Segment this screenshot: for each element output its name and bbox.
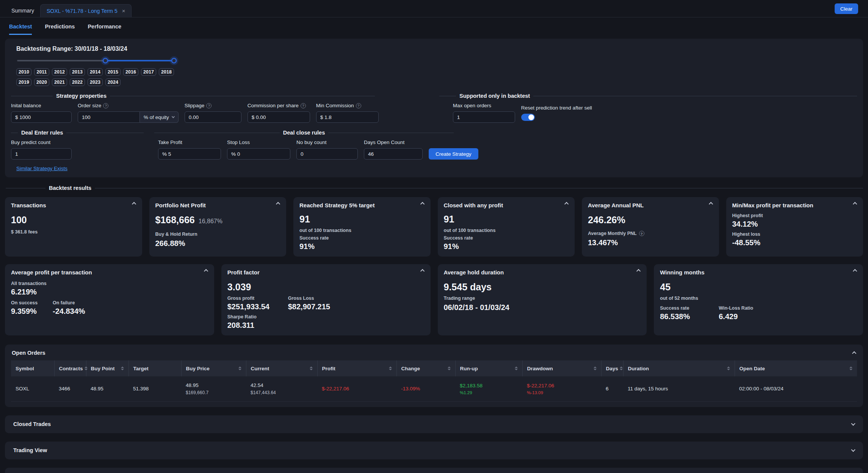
year-button[interactable]: 2017 <box>141 68 156 76</box>
supported-backtest-header: Supported only in backtest <box>439 93 857 99</box>
close-icon[interactable]: × <box>122 8 125 14</box>
expand-chevron-icon[interactable] <box>851 421 855 426</box>
collapse-chevron-icon[interactable] <box>420 202 424 206</box>
collapse-chevron-icon[interactable] <box>636 269 641 273</box>
sort-icon[interactable] <box>727 366 730 370</box>
order-size-field: Order size ? % of equity <box>78 103 179 123</box>
initial-balance-label: Inital balance <box>11 103 72 108</box>
initial-balance-input[interactable] <box>11 111 72 123</box>
col-runup[interactable]: Run-up <box>455 360 522 376</box>
win-loss-ratio-label: Win-Loss Ratio <box>719 305 753 311</box>
sort-icon[interactable] <box>121 366 124 370</box>
year-button[interactable]: 2012 <box>52 68 67 76</box>
profit-over-time-section[interactable]: Profit over time <box>5 468 863 473</box>
help-icon[interactable]: ? <box>206 103 212 108</box>
year-button[interactable]: 2022 <box>70 78 85 86</box>
year-button[interactable]: 2013 <box>70 68 85 76</box>
help-icon[interactable]: ? <box>301 103 306 108</box>
collapse-chevron-icon[interactable] <box>276 202 280 206</box>
range-slider-handle-end[interactable] <box>171 58 177 64</box>
col-open-date[interactable]: Open Date <box>735 360 857 376</box>
buy-hold-value: 266.88% <box>155 239 280 248</box>
clear-button[interactable]: Clear <box>835 3 858 14</box>
commission-per-share-input[interactable] <box>248 111 310 123</box>
col-buy-point[interactable]: Buy Point <box>86 360 128 376</box>
tab-strategy[interactable]: SOXL - %71.78 - Long Term 5 × <box>40 4 132 17</box>
col-change[interactable]: Change <box>396 360 455 376</box>
collapse-chevron-icon[interactable] <box>852 351 856 356</box>
col-duration[interactable]: Duration <box>623 360 735 376</box>
no-buy-count-input[interactable] <box>296 148 358 160</box>
year-button[interactable]: 2020 <box>34 78 49 86</box>
reset-trend-toggle[interactable] <box>521 114 535 121</box>
sort-icon[interactable] <box>594 366 597 370</box>
sort-icon[interactable] <box>515 366 518 370</box>
collapse-chevron-icon[interactable] <box>204 269 208 273</box>
collapse-chevron-icon[interactable] <box>853 202 857 206</box>
year-button[interactable]: 2014 <box>88 68 103 76</box>
year-button[interactable]: 2024 <box>105 78 121 86</box>
col-drawdown[interactable]: Drawdown <box>522 360 601 376</box>
results-cards-row-1: Transactions 100 $ 361.8 fees Portfolio … <box>5 197 863 257</box>
table-row[interactable]: SOXL 3466 48.95 51.398 48.95 $169,660.7 … <box>11 376 857 401</box>
col-current[interactable]: Current <box>246 360 317 376</box>
take-profit-label: Take Profit <box>158 139 221 145</box>
help-icon[interactable]: ? <box>103 103 108 108</box>
sort-icon[interactable] <box>448 366 451 370</box>
tab-backtest[interactable]: Backtest <box>9 23 32 35</box>
days-open-count-label: Days Open Count <box>364 139 423 145</box>
sort-icon[interactable] <box>85 366 88 370</box>
col-profit[interactable]: Profit <box>317 360 396 376</box>
help-icon[interactable]: ? <box>356 103 361 108</box>
on-success-label: On success <box>11 300 53 305</box>
sort-icon[interactable] <box>310 366 313 370</box>
date-range-slider[interactable] <box>17 58 175 64</box>
order-size-input[interactable] <box>78 111 140 123</box>
sort-icon[interactable] <box>238 366 241 370</box>
take-profit-input[interactable] <box>158 148 221 160</box>
min-commission-field: Min Commission ? <box>316 103 379 123</box>
collapse-chevron-icon[interactable] <box>853 269 857 273</box>
col-days[interactable]: Days <box>601 360 623 376</box>
year-button[interactable]: 2021 <box>52 78 67 86</box>
year-button[interactable]: 2011 <box>34 68 49 76</box>
year-button[interactable]: 2019 <box>16 78 31 86</box>
buy-predict-count-input[interactable] <box>11 148 72 160</box>
year-button[interactable]: 2015 <box>105 68 121 76</box>
col-contracts[interactable]: Contracts <box>54 360 86 376</box>
collapse-chevron-icon[interactable] <box>708 202 713 206</box>
min-commission-input[interactable] <box>316 111 379 123</box>
trading-view-section[interactable]: Trading View <box>5 442 863 459</box>
card-title: Transactions <box>11 202 46 208</box>
year-button[interactable]: 2018 <box>159 68 174 76</box>
winning-months-value: 45 <box>660 282 857 293</box>
slippage-input[interactable] <box>185 111 241 123</box>
collapse-chevron-icon[interactable] <box>420 269 424 273</box>
days-open-count-input[interactable] <box>364 148 423 160</box>
sort-icon[interactable] <box>389 366 392 370</box>
tab-predictions[interactable]: Predictions <box>45 23 75 35</box>
on-failure-label: On failure <box>53 300 85 305</box>
year-button[interactable]: 2016 <box>123 68 138 76</box>
help-icon[interactable]: ? <box>639 231 644 236</box>
sort-icon[interactable] <box>620 366 623 370</box>
expand-chevron-icon[interactable] <box>851 448 855 452</box>
net-profit-value: $168,666 <box>155 215 195 226</box>
col-buy-price[interactable]: Buy Price <box>181 360 246 376</box>
collapse-chevron-icon[interactable] <box>564 202 569 206</box>
similar-strategy-link[interactable]: Similar Strategy Exists <box>16 166 67 171</box>
max-open-orders-input[interactable] <box>453 111 515 123</box>
order-size-unit-select[interactable]: % of equity <box>140 111 179 123</box>
closed-trades-section[interactable]: Closed Trades <box>5 415 863 433</box>
sort-icon[interactable] <box>849 366 852 370</box>
collapse-chevron-icon[interactable] <box>132 202 136 206</box>
tab-performance[interactable]: Performance <box>88 23 121 35</box>
year-button[interactable]: 2010 <box>16 68 31 76</box>
cell-current: 42.54 $147,443.64 <box>246 376 317 401</box>
range-slider-handle-start[interactable] <box>102 58 108 64</box>
year-button[interactable]: 2023 <box>88 78 103 86</box>
tab-summary[interactable]: Summary <box>5 4 40 17</box>
backtest-results-title: Backtest results <box>49 185 91 191</box>
stop-loss-input[interactable] <box>227 148 290 160</box>
create-strategy-button[interactable]: Create Strategy <box>429 148 478 160</box>
